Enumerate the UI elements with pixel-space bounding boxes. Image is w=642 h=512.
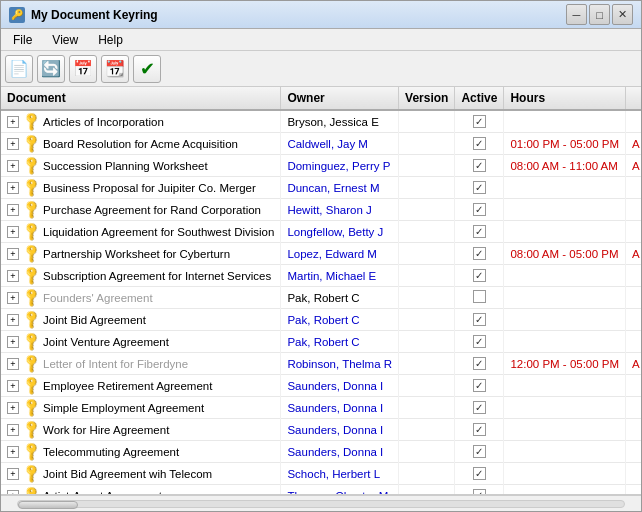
version-cell <box>399 331 455 353</box>
table-row[interactable]: +🔑Purchase Agreement for Rand Corporatio… <box>1 199 641 221</box>
active-checkbox[interactable] <box>473 137 486 150</box>
expand-button[interactable]: + <box>7 292 19 304</box>
active-checkbox[interactable] <box>473 159 486 172</box>
active-checkbox[interactable] <box>473 445 486 458</box>
extra-cell <box>626 397 641 419</box>
expand-button[interactable]: + <box>7 248 19 260</box>
table-row[interactable]: +🔑Joint Bid AgreementPak, Robert C <box>1 309 641 331</box>
table-row[interactable]: +🔑Joint Venture AgreementPak, Robert C <box>1 331 641 353</box>
expand-button[interactable]: + <box>7 138 19 150</box>
active-checkbox[interactable] <box>473 269 486 282</box>
horizontal-scrollbar[interactable] <box>1 495 641 511</box>
maximize-button[interactable]: □ <box>589 4 610 25</box>
table-row[interactable]: +🔑Simple Employment AgreementSaunders, D… <box>1 397 641 419</box>
expand-button[interactable]: + <box>7 380 19 392</box>
calendar2-button[interactable]: 📆 <box>101 55 129 83</box>
version-cell <box>399 397 455 419</box>
table-row[interactable]: +🔑Founders' AgreementPak, Robert C <box>1 287 641 309</box>
document-name: Subscription Agreement for Internet Serv… <box>43 270 271 282</box>
active-checkbox[interactable] <box>473 313 486 326</box>
expand-button[interactable]: + <box>7 402 19 414</box>
table-row[interactable]: +🔑Articles of IncorporationBryson, Jessi… <box>1 110 641 133</box>
expand-button[interactable]: + <box>7 182 19 194</box>
scrollbar-thumb[interactable] <box>18 501 78 509</box>
extra-cell <box>626 331 641 353</box>
document-name: Succession Planning Worksheet <box>43 160 208 172</box>
active-checkbox[interactable] <box>473 181 486 194</box>
table-row[interactable]: +🔑Work for Hire AgreementSaunders, Donna… <box>1 419 641 441</box>
active-checkbox[interactable] <box>473 290 486 303</box>
key-icon: 🔑 <box>20 243 42 265</box>
active-checkbox[interactable] <box>473 423 486 436</box>
window-title: My Document Keyring <box>31 8 158 22</box>
minimize-button[interactable]: ─ <box>566 4 587 25</box>
hours-cell <box>504 463 626 485</box>
document-name: Telecommuting Agreement <box>43 446 179 458</box>
version-cell <box>399 199 455 221</box>
owner-cell: Longfellow, Betty J <box>281 221 399 243</box>
expand-button[interactable]: + <box>7 116 19 128</box>
new-button[interactable]: 📄 <box>5 55 33 83</box>
expand-button[interactable]: + <box>7 446 19 458</box>
expand-button[interactable]: + <box>7 160 19 172</box>
hours-cell <box>504 265 626 287</box>
expand-button[interactable]: + <box>7 314 19 326</box>
active-cell <box>455 463 504 485</box>
table-row[interactable]: +🔑Artist-Agent AgreementThomas, Chester … <box>1 485 641 496</box>
active-cell <box>455 485 504 496</box>
calendar-button[interactable]: 📅 <box>69 55 97 83</box>
expand-button[interactable]: + <box>7 226 19 238</box>
active-checkbox[interactable] <box>473 401 486 414</box>
expand-button[interactable]: + <box>7 270 19 282</box>
active-checkbox[interactable] <box>473 357 486 370</box>
scrollbar-track[interactable] <box>17 500 625 508</box>
key-icon: 🔑 <box>20 111 42 133</box>
table-row[interactable]: +🔑Subscription Agreement for Internet Se… <box>1 265 641 287</box>
extra-cell: A <box>626 133 641 155</box>
hours-cell <box>504 199 626 221</box>
expand-button[interactable]: + <box>7 204 19 216</box>
table-row[interactable]: +🔑Employee Retirement AgreementSaunders,… <box>1 375 641 397</box>
table-row[interactable]: +🔑Telecommuting AgreementSaunders, Donna… <box>1 441 641 463</box>
doc-cell: +🔑Joint Bid Agreement <box>1 309 281 331</box>
hours-cell <box>504 110 626 133</box>
check-button[interactable]: ✔ <box>133 55 161 83</box>
main-window: 🔑 My Document Keyring ─ □ ✕ File View He… <box>0 0 642 512</box>
table-row[interactable]: +🔑Succession Planning WorksheetDominguez… <box>1 155 641 177</box>
key-icon: 🔑 <box>20 441 42 463</box>
extra-cell: A <box>626 243 641 265</box>
expand-button[interactable]: + <box>7 336 19 348</box>
expand-button[interactable]: + <box>7 468 19 480</box>
active-checkbox[interactable] <box>473 379 486 392</box>
active-checkbox[interactable] <box>473 247 486 260</box>
active-checkbox[interactable] <box>473 225 486 238</box>
col-header-hours: Hours <box>504 87 626 110</box>
table-row[interactable]: +🔑Letter of Intent for FiberdyneRobinson… <box>1 353 641 375</box>
expand-button[interactable]: + <box>7 358 19 370</box>
refresh-button[interactable]: 🔄 <box>37 55 65 83</box>
table-row[interactable]: +🔑Liquidation Agreement for Southwest Di… <box>1 221 641 243</box>
version-cell <box>399 110 455 133</box>
owner-cell: Saunders, Donna I <box>281 441 399 463</box>
active-checkbox[interactable] <box>473 467 486 480</box>
table-header-row: Document Owner Version Active Hours <box>1 87 641 110</box>
table-row[interactable]: +🔑Partnership Worksheet for CyberturnLop… <box>1 243 641 265</box>
document-name: Board Resolution for Acme Acquisition <box>43 138 238 150</box>
hours-cell <box>504 419 626 441</box>
close-button[interactable]: ✕ <box>612 4 633 25</box>
active-checkbox[interactable] <box>473 115 486 128</box>
table-row[interactable]: +🔑Business Proposal for Juipiter Co. Mer… <box>1 177 641 199</box>
table-row[interactable]: +🔑Joint Bid Agreement wih TelecomSchoch,… <box>1 463 641 485</box>
document-table-container[interactable]: Document Owner Version Active Hours +🔑Ar… <box>1 87 641 495</box>
menu-view[interactable]: View <box>44 31 86 49</box>
active-checkbox[interactable] <box>473 335 486 348</box>
table-row[interactable]: +🔑Board Resolution for Acme AcquisitionC… <box>1 133 641 155</box>
expand-button[interactable]: + <box>7 424 19 436</box>
active-checkbox[interactable] <box>473 203 486 216</box>
document-name: Joint Bid Agreement <box>43 314 146 326</box>
menu-file[interactable]: File <box>5 31 40 49</box>
menu-help[interactable]: Help <box>90 31 131 49</box>
doc-cell: +🔑Simple Employment Agreement <box>1 397 281 419</box>
extra-cell <box>626 177 641 199</box>
key-icon: 🔑 <box>20 353 42 375</box>
